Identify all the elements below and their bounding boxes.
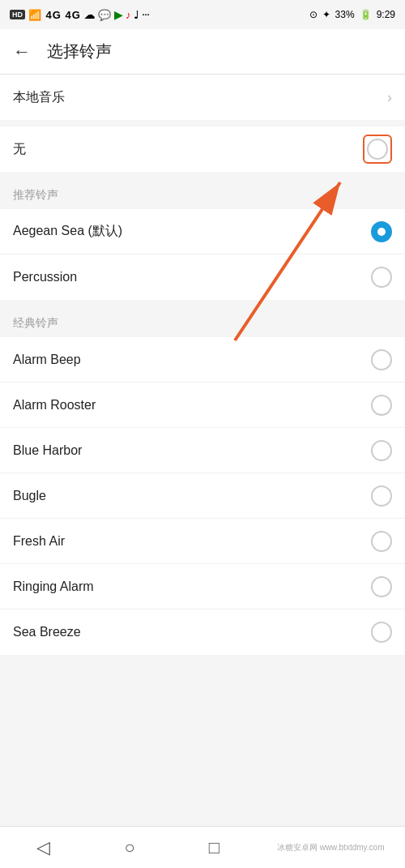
- signal-icons: 📶 4G 4G: [28, 9, 81, 21]
- aegean-sea-radio[interactable]: [371, 221, 392, 242]
- bugle-item[interactable]: Bugle: [0, 473, 405, 519]
- header: ← 选择铃声: [0, 29, 405, 75]
- watermark: 冰糖安卓网 www.btxtdmy.com: [277, 842, 385, 853]
- page-title: 选择铃声: [47, 41, 112, 62]
- status-right: ⊙ ✦ 33% 🔋 9:29: [309, 9, 395, 20]
- alarm-beep-radio[interactable]: [371, 349, 392, 370]
- classic-section-label: 经典铃声: [0, 306, 405, 337]
- alarm-rooster-label: Alarm Rooster: [13, 398, 96, 413]
- percussion-label: Percussion: [13, 270, 77, 284]
- blue-harbor-radio[interactable]: [371, 440, 392, 461]
- ringing-alarm-item[interactable]: Ringing Alarm: [0, 564, 405, 609]
- local-music-section: 本地音乐 ›: [0, 75, 405, 120]
- percussion-item[interactable]: Percussion: [0, 254, 405, 300]
- back-button[interactable]: ←: [13, 41, 31, 62]
- recommended-section: Aegean Sea (默认) Percussion: [0, 209, 405, 300]
- tiktok-icon: ♩: [134, 9, 139, 21]
- alarm-rooster-radio[interactable]: [371, 395, 392, 416]
- aegean-sea-label: Aegean Sea (默认): [13, 223, 122, 240]
- battery-percent: 33%: [335, 9, 355, 20]
- hd-badge: HD: [10, 10, 25, 19]
- nav-recent-button[interactable]: □: [193, 831, 236, 865]
- none-item[interactable]: 无: [0, 126, 405, 172]
- music-icon: ♪: [126, 9, 131, 21]
- bluetooth-icon: ✦: [322, 9, 330, 20]
- alarm-rooster-item[interactable]: Alarm Rooster: [0, 383, 405, 428]
- sea-breeze-radio[interactable]: [371, 622, 392, 643]
- cloud-icon: ☁: [84, 9, 95, 21]
- none-radio-btn[interactable]: [367, 139, 388, 160]
- bugle-radio[interactable]: [371, 485, 392, 507]
- nav-bar: ◁ ○ □ 冰糖安卓网 www.btxtdmy.com: [0, 826, 405, 868]
- aegean-sea-item[interactable]: Aegean Sea (默认): [0, 209, 405, 254]
- percussion-radio[interactable]: [371, 267, 392, 288]
- alarm-beep-label: Alarm Beep: [13, 353, 81, 367]
- status-left: HD 📶 4G 4G ☁ 💬 ▶ ♪ ♩ ···: [10, 9, 150, 21]
- fresh-air-radio[interactable]: [371, 531, 392, 552]
- status-bar: HD 📶 4G 4G ☁ 💬 ▶ ♪ ♩ ··· ⊙ ✦ 33% 🔋 9:29: [0, 0, 405, 29]
- nav-back-button[interactable]: ◁: [20, 831, 66, 865]
- none-radio-highlight: [363, 135, 392, 164]
- ringing-alarm-label: Ringing Alarm: [13, 579, 94, 594]
- play-icon: ▶: [114, 9, 122, 21]
- nav-home-button[interactable]: ○: [108, 831, 151, 865]
- chevron-right-icon: ›: [387, 89, 392, 106]
- blue-harbor-item[interactable]: Blue Harbor: [0, 428, 405, 473]
- blue-harbor-label: Blue Harbor: [13, 443, 82, 458]
- none-section: 无: [0, 126, 405, 172]
- none-label: 无: [13, 141, 26, 158]
- local-music-item[interactable]: 本地音乐 ›: [0, 75, 405, 120]
- chat-icon: 💬: [98, 9, 111, 21]
- classic-section: Alarm Beep Alarm Rooster Blue Harbor Bug…: [0, 337, 405, 655]
- ringing-alarm-radio[interactable]: [371, 576, 392, 597]
- time: 9:29: [377, 9, 395, 20]
- sea-breeze-label: Sea Breeze: [13, 625, 81, 639]
- local-music-label: 本地音乐: [13, 89, 65, 106]
- battery-icon: 🔋: [360, 9, 372, 20]
- settings-icon: ⊙: [309, 9, 318, 20]
- bugle-label: Bugle: [13, 489, 46, 503]
- recommended-section-label: 推荐铃声: [0, 178, 405, 209]
- dots-icon: ···: [142, 10, 149, 19]
- fresh-air-item[interactable]: Fresh Air: [0, 519, 405, 564]
- alarm-beep-item[interactable]: Alarm Beep: [0, 337, 405, 383]
- fresh-air-label: Fresh Air: [13, 534, 65, 549]
- content: 本地音乐 › 无 推荐铃声 Aegean Sea (默认) Percussion…: [0, 75, 405, 710]
- sea-breeze-item[interactable]: Sea Breeze: [0, 609, 405, 655]
